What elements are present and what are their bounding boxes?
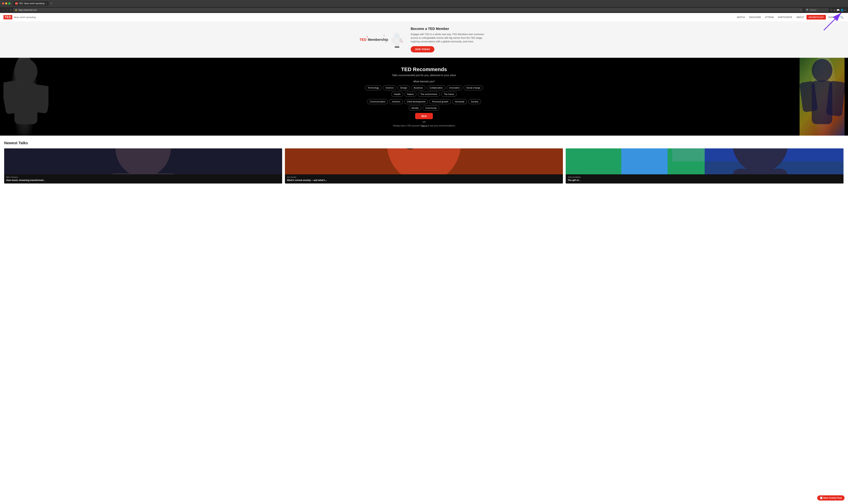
talk-speaker-1: Björn Ulvaeus <box>6 176 280 178</box>
talk-info-2: Jen Gunter What's normal anxiety -- and … <box>285 174 563 183</box>
nav-watch[interactable]: WATCH <box>735 15 747 20</box>
linkedin-icon[interactable]: in <box>834 8 835 12</box>
site-nav: TED Ideas worth spreading WATCH DISCOVER… <box>0 13 848 22</box>
svg-rect-13 <box>400 39 401 41</box>
nav-attend[interactable]: ATTEND <box>763 15 776 20</box>
membership-info: Become a TED Member Engage with TED in a… <box>411 27 489 52</box>
talk-info-1: Björn Ulvaeus How music streaming transf… <box>4 174 282 183</box>
tag-social-change[interactable]: Social change <box>464 85 483 90</box>
tab-close-button[interactable]: × <box>46 2 47 4</box>
close-traffic-light[interactable] <box>2 2 4 4</box>
sparkle-icon-2: ✦ <box>383 35 385 36</box>
recommends-title: TED Recommends <box>0 67 848 72</box>
ted-tagline: Ideas worth spreading <box>14 16 36 18</box>
astronaut-illustration: ♥ <box>390 31 404 48</box>
lock-icon: 🔒 <box>15 9 17 11</box>
shield-icon[interactable]: 🛡 <box>830 8 833 12</box>
reader-icon[interactable]: 📖 <box>836 8 840 12</box>
active-tab[interactable]: TED TED: Ideas worth spreading × <box>13 1 49 5</box>
maximize-traffic-light[interactable] <box>8 2 11 4</box>
tag-environment[interactable]: The environment <box>418 92 440 97</box>
talk-speaker-3: Zahra Al-Mahdi <box>568 176 842 178</box>
sparkle-icon-1: ✦ <box>366 36 368 38</box>
nav-sign-in[interactable]: SIGN IN <box>827 15 838 20</box>
tag-business[interactable]: Business <box>411 85 426 90</box>
svg-point-4 <box>395 34 399 37</box>
nav-about[interactable]: ABOUT <box>795 15 806 20</box>
tag-humanity[interactable]: Humanity <box>452 99 467 104</box>
search-placeholder: Search <box>810 9 816 11</box>
svg-rect-34 <box>621 148 668 174</box>
recommends-subtitle: Talks recommended just for you, delivere… <box>0 74 848 77</box>
browser-chrome: TED TED: Ideas worth spreading × + ‹ › ↻… <box>0 0 848 13</box>
talk-title-1: How music streaming transformed... <box>6 179 280 182</box>
talk-title-3: The gift of... <box>568 179 842 182</box>
talk-title-2: What's normal anxiety -- and what's... <box>287 179 561 182</box>
svg-point-28 <box>387 148 461 174</box>
membership-visual: TED Membership ✦ ✦ ✦ ♥ <box>359 31 404 48</box>
new-tab-button[interactable]: + <box>49 2 53 5</box>
tag-future[interactable]: The future <box>441 92 456 97</box>
ted-logo[interactable]: TED Ideas worth spreading <box>3 15 36 19</box>
signin-note: Already have a TED account? Sign in to s… <box>0 125 848 127</box>
address-bar[interactable]: 🔒 https://www.ted.com ☆ <box>13 8 803 12</box>
menu-icon[interactable]: ≡ <box>845 8 846 12</box>
tag-community[interactable]: Community <box>422 106 439 110</box>
tag-science[interactable]: Science <box>383 85 396 90</box>
tag-society[interactable]: Society <box>468 99 481 104</box>
tag-communication[interactable]: Communication <box>367 99 388 104</box>
talk-thumbnail-3 <box>566 148 844 174</box>
talk-thumbnail-2 <box>285 148 563 174</box>
tag-design[interactable]: Design <box>398 85 410 90</box>
ted-recommends-section: TED Recommends Talks recommended just fo… <box>0 58 848 136</box>
url-display[interactable]: https://www.ted.com <box>18 9 798 11</box>
talk-card-2[interactable]: Jen Gunter What's normal anxiety -- and … <box>285 148 563 183</box>
refresh-button[interactable]: ↻ <box>10 8 12 11</box>
svg-point-12 <box>397 46 399 48</box>
browser-search-bar[interactable]: 🔍 Search <box>805 8 829 12</box>
nav-search-icon[interactable]: 🔍 <box>839 15 845 20</box>
tag-personal-growth[interactable]: Personal growth <box>429 99 451 104</box>
search-icon: 🔍 <box>806 9 809 11</box>
bookmark-icon[interactable]: ☆ <box>799 8 801 11</box>
tag-health[interactable]: Health <box>391 92 403 97</box>
browser-toolbar: ‹ › ↻ 🔒 https://www.ted.com ☆ 🔍 Search 🛡… <box>0 7 848 13</box>
tag-technology[interactable]: Technology <box>365 85 382 90</box>
ted-red-label: TED <box>359 38 366 42</box>
tab-favicon: TED <box>15 2 18 5</box>
membership-label: Membership <box>368 38 388 42</box>
globe-icon[interactable]: 🌐 <box>841 8 844 12</box>
talk-card-1[interactable]: Björn Ulvaeus How music streaming transf… <box>4 148 282 183</box>
signin-link[interactable]: Sign in <box>421 125 427 127</box>
next-button[interactable]: Next <box>415 113 433 119</box>
interest-tags-row2: Communication Activism Child development… <box>363 99 485 110</box>
tag-child-development[interactable]: Child development <box>404 99 428 104</box>
svg-rect-26 <box>106 174 180 174</box>
newest-talks-section: Newest Talks Björn Ulvaeus How music str… <box>0 136 848 187</box>
traffic-lights <box>2 2 11 4</box>
nav-participate[interactable]: PARTICIPATE <box>776 15 794 20</box>
tag-collaboration[interactable]: Collaboration <box>427 85 445 90</box>
nav-links: WATCH DISCOVER ATTEND PARTICIPATE ABOUT … <box>735 15 845 20</box>
nav-membership[interactable]: MEMBERSHIP <box>807 15 826 20</box>
browser-titlebar: TED TED: Ideas worth spreading × + <box>0 0 848 7</box>
tag-innovation[interactable]: Innovation <box>447 85 462 90</box>
svg-text:♥: ♥ <box>401 41 402 43</box>
tag-activism[interactable]: Activism <box>389 99 403 104</box>
svg-rect-37 <box>733 169 788 174</box>
interest-tags-row1: Technology Science Design Business Colla… <box>363 85 485 97</box>
talk-info-3: Zahra Al-Mahdi The gift of... <box>566 174 844 183</box>
forward-button[interactable]: › <box>6 8 8 12</box>
nav-discover[interactable]: DISCOVER <box>747 15 762 20</box>
recommends-content: TED Recommends Talks recommended just fo… <box>0 67 848 127</box>
page-indicator: 1/2 <box>0 121 848 123</box>
toolbar-icons: 🛡 in 📖 🌐 ≡ <box>830 8 846 12</box>
membership-description: Engage with TED in a whole new way. TED … <box>411 33 489 43</box>
minimize-traffic-light[interactable] <box>5 2 7 4</box>
back-button[interactable]: ‹ <box>2 8 5 12</box>
join-today-button[interactable]: JOIN TODAY <box>411 46 434 52</box>
tag-identity[interactable]: Identity <box>409 106 421 110</box>
membership-title: Become a TED Member <box>411 27 489 31</box>
tag-nature[interactable]: Nature <box>404 92 416 97</box>
talk-card-3[interactable]: Zahra Al-Mahdi The gift of... <box>566 148 844 183</box>
